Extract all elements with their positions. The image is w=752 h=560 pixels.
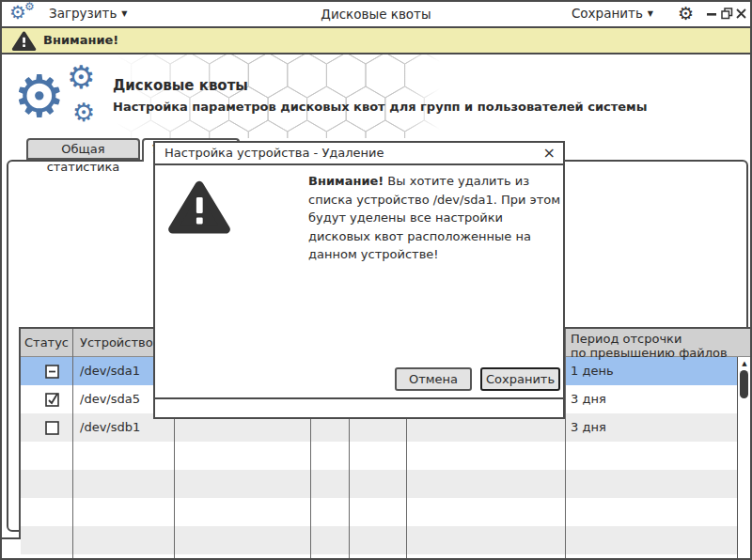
save-button-label: Сохранить <box>486 372 555 386</box>
warning-triangle-icon <box>11 31 37 51</box>
device-cell: /dev/sdb1 <box>80 413 140 442</box>
chevron-down-icon: ▼ <box>648 9 653 18</box>
cancel-button[interactable]: Отмена <box>395 367 472 391</box>
save-button[interactable]: Сохранить <box>480 367 560 391</box>
maximize-button[interactable] <box>721 8 733 20</box>
save-menu-button[interactable]: Сохранить▼ <box>572 6 653 21</box>
column-header-device[interactable]: Устройство <box>80 329 153 357</box>
delete-device-dialog: Настройка устройства - Удаление × Вниман… <box>153 141 565 419</box>
dialog-titlebar[interactable]: Настройка устройства - Удаление × <box>155 143 563 165</box>
page-title: Дисковые квоты <box>113 77 248 94</box>
warning-banner: Внимание! <box>0 28 752 54</box>
device-cell: /dev/sda1 <box>80 357 140 385</box>
scroll-up-icon[interactable]: ▲ <box>738 360 751 367</box>
checkbox-checked[interactable] <box>45 392 62 407</box>
column-header-status[interactable]: Статус <box>21 329 72 357</box>
dialog-message-bold: Внимание! <box>308 174 384 188</box>
tab-general-statistics[interactable]: Общая статистика <box>26 138 140 160</box>
page-subtitle: Настройка параметров дисковых квот для г… <box>113 100 647 114</box>
dialog-title: Настройка устройства - Удаление <box>164 146 384 160</box>
page-header: ⚙ ⚙ ⚙ Дисковые квоты Настройка параметро… <box>0 54 752 138</box>
dialog-message: Внимание! Вы хотите удалить из списка ус… <box>308 172 562 264</box>
close-button[interactable] <box>735 8 747 20</box>
tab-label: Общая статистика <box>47 142 120 174</box>
scrollbar-thumb[interactable] <box>740 370 748 398</box>
pattern-fade <box>404 54 442 138</box>
checkbox-unchecked[interactable] <box>45 420 62 435</box>
save-menu-label: Сохранить <box>572 6 643 21</box>
gear-icon: ⚙ <box>67 61 95 93</box>
grace-cell: 3 дня <box>571 385 606 413</box>
checkbox-indeterminate[interactable] <box>45 364 62 379</box>
dialog-close-icon[interactable]: × <box>543 143 556 163</box>
minimize-button[interactable] <box>706 8 718 20</box>
toolbar: ⚙ ⚙ Загрузить▼ Дисковые квоты Сохранить▼… <box>0 0 752 28</box>
warning-banner-text: Внимание! <box>43 33 118 47</box>
device-cell: /dev/sda5 <box>80 385 140 413</box>
column-header-grace[interactable]: Период отсрочки по превышению файлов <box>571 332 728 360</box>
grace-cell: 3 дня <box>571 413 606 442</box>
settings-gear-icon[interactable]: ⚙ <box>678 5 694 23</box>
column-header-grace-line1: Период отсрочки <box>571 332 728 346</box>
dialog-footer-divider <box>155 397 563 399</box>
gear-icon: ⚙ <box>13 68 66 126</box>
warning-triangle-icon <box>167 179 231 235</box>
pattern-fade <box>100 54 231 138</box>
gear-icon: ⚙ <box>72 100 95 125</box>
grace-cell: 1 день <box>571 357 614 385</box>
app-window: ⚙ ⚙ Загрузить▼ Дисковые квоты Сохранить▼… <box>0 0 752 560</box>
cancel-button-label: Отмена <box>409 372 458 386</box>
vertical-scrollbar[interactable]: ▲ ▼ <box>737 357 751 560</box>
